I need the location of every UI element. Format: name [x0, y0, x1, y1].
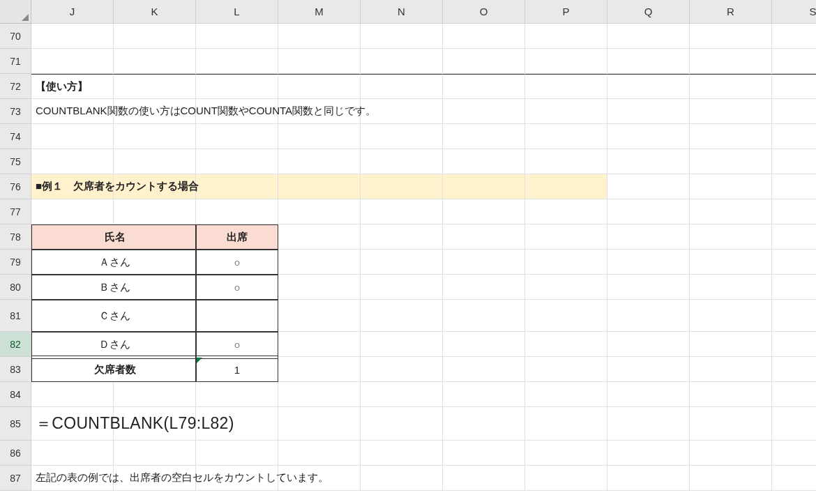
cell-Q84[interactable] [607, 382, 690, 407]
row-header-83[interactable]: 83 [0, 357, 31, 382]
cell-L86[interactable] [196, 441, 278, 466]
cell-J73[interactable]: COUNTBLANK関数の使い方はCOUNT関数やCOUNTA関数と同じです。 [31, 99, 114, 124]
cell-L77[interactable] [196, 199, 278, 224]
cell-M84[interactable] [278, 382, 361, 407]
row-header-84[interactable]: 84 [0, 382, 31, 407]
cell-Q74[interactable] [607, 124, 690, 149]
cell-O79[interactable] [443, 250, 525, 275]
cell-N77[interactable] [361, 199, 443, 224]
cell-N72[interactable] [361, 74, 443, 99]
row-header-72[interactable]: 72 [0, 74, 31, 99]
cell-Q82[interactable] [607, 332, 690, 357]
col-header-N[interactable]: N [361, 0, 443, 24]
cell-P80[interactable] [525, 275, 607, 300]
cell-J70[interactable] [31, 24, 114, 49]
cell-J74[interactable] [31, 124, 114, 149]
cell-O72[interactable] [443, 74, 525, 99]
cell-K77[interactable] [114, 199, 196, 224]
row-header-81[interactable]: 81 [0, 300, 31, 332]
cell-M71[interactable] [278, 49, 361, 74]
cell-Q83[interactable] [607, 357, 690, 382]
cell-Q77[interactable] [607, 199, 690, 224]
cell-K81[interactable]: Ｃさん [114, 300, 196, 332]
cell-S82[interactable] [772, 332, 816, 357]
cell-N86[interactable] [361, 441, 443, 466]
cell-O73[interactable] [443, 99, 525, 124]
col-header-R[interactable]: R [690, 0, 772, 24]
cell-M79[interactable] [278, 250, 361, 275]
row-header-74[interactable]: 74 [0, 124, 31, 149]
cell-N85[interactable] [361, 407, 443, 441]
cell-Q73[interactable] [607, 99, 690, 124]
row-header-78[interactable]: 78 [0, 224, 31, 250]
cell-M81[interactable] [278, 300, 361, 332]
cell-M83[interactable] [278, 357, 361, 382]
row-header-73[interactable]: 73 [0, 99, 31, 124]
row-header-82[interactable]: 82 [0, 332, 31, 357]
cell-R74[interactable] [690, 124, 772, 149]
cell-O78[interactable] [443, 224, 525, 250]
row-header-76[interactable]: 76 [0, 174, 31, 199]
cell-S75[interactable] [772, 149, 816, 174]
cell-N70[interactable] [361, 24, 443, 49]
cell-J84[interactable] [31, 382, 114, 407]
cell-P72[interactable] [525, 74, 607, 99]
cell-M85[interactable] [278, 407, 361, 441]
cell-R71[interactable] [690, 49, 772, 74]
cell-P81[interactable] [525, 300, 607, 332]
cell-K74[interactable] [114, 124, 196, 149]
cell-N79[interactable] [361, 250, 443, 275]
cell-P79[interactable] [525, 250, 607, 275]
cell-P83[interactable] [525, 357, 607, 382]
cell-Q76[interactable] [607, 174, 690, 199]
cell-M78[interactable] [278, 224, 361, 250]
cell-O84[interactable] [443, 382, 525, 407]
row-header-85[interactable]: 85 [0, 407, 31, 441]
cell-Q87[interactable] [607, 466, 690, 491]
row-header-79[interactable]: 79 [0, 250, 31, 275]
cell-L82[interactable]: ○ [196, 332, 278, 357]
cell-L74[interactable] [196, 124, 278, 149]
cell-O70[interactable] [443, 24, 525, 49]
cell-P86[interactable] [525, 441, 607, 466]
cell-Q71[interactable] [607, 49, 690, 74]
cell-S83[interactable] [772, 357, 816, 382]
select-all-corner[interactable] [0, 0, 31, 24]
cell-N87[interactable] [361, 466, 443, 491]
cell-Q75[interactable] [607, 149, 690, 174]
cell-K82[interactable]: Ｄさん [114, 332, 196, 357]
cell-S81[interactable] [772, 300, 816, 332]
cell-O80[interactable] [443, 275, 525, 300]
cell-Q79[interactable] [607, 250, 690, 275]
cell-P71[interactable] [525, 49, 607, 74]
cell-S84[interactable] [772, 382, 816, 407]
cell-S72[interactable] [772, 74, 816, 99]
cell-K75[interactable] [114, 149, 196, 174]
cell-S79[interactable] [772, 250, 816, 275]
cell-P78[interactable] [525, 224, 607, 250]
cell-N83[interactable] [361, 357, 443, 382]
cell-P84[interactable] [525, 382, 607, 407]
cell-Q70[interactable] [607, 24, 690, 49]
cell-O82[interactable] [443, 332, 525, 357]
cell-S74[interactable] [772, 124, 816, 149]
cell-Q78[interactable] [607, 224, 690, 250]
cell-K71[interactable] [114, 49, 196, 74]
cell-S77[interactable] [772, 199, 816, 224]
cell-Q86[interactable] [607, 441, 690, 466]
cell-K83[interactable]: 欠席者数 [114, 357, 196, 382]
cell-S70[interactable] [772, 24, 816, 49]
cell-K78[interactable]: 氏名 [114, 224, 196, 250]
cell-R86[interactable] [690, 441, 772, 466]
cell-M86[interactable] [278, 441, 361, 466]
cell-Q80[interactable] [607, 275, 690, 300]
col-header-K[interactable]: K [114, 0, 196, 24]
cell-N82[interactable] [361, 332, 443, 357]
cell-K72[interactable] [114, 74, 196, 99]
cell-O75[interactable] [443, 149, 525, 174]
row-header-86[interactable]: 86 [0, 441, 31, 466]
cell-R75[interactable] [690, 149, 772, 174]
cell-N71[interactable] [361, 49, 443, 74]
cell-J85[interactable]: ＝COUNTBLANK(L79:L82) [31, 407, 114, 441]
cell-J77[interactable] [31, 199, 114, 224]
